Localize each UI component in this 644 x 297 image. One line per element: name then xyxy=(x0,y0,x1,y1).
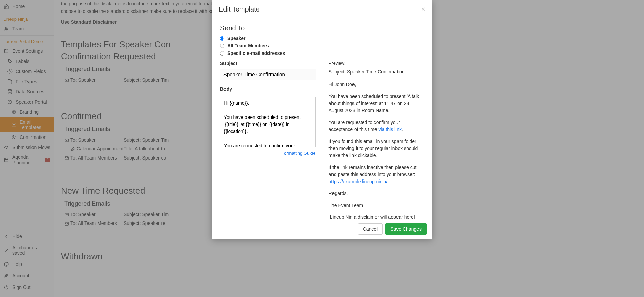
radio-speaker-label[interactable]: Speaker xyxy=(227,36,245,41)
save-button[interactable]: Save Changes xyxy=(385,223,427,235)
modal-title: Edit Template xyxy=(219,5,260,13)
subject-input[interactable] xyxy=(220,69,316,80)
preview-url-link[interactable]: https://example.lineup.ninja/ xyxy=(329,179,388,184)
radio-specific[interactable] xyxy=(220,51,224,56)
preview-body: Hi John Doe, You have been scheduled to … xyxy=(329,81,424,219)
radio-speaker[interactable] xyxy=(220,36,224,41)
body-label: Body xyxy=(220,86,316,92)
edit-template-modal: Edit Template × Send To: Speaker All Tea… xyxy=(212,0,432,239)
radio-specific-label[interactable]: Specific e-mail addresses xyxy=(227,50,285,56)
preview-label: Preview: xyxy=(329,61,424,66)
body-textarea[interactable] xyxy=(220,97,316,147)
formatting-guide-link[interactable]: Formatting Guide xyxy=(281,151,315,156)
modal-overlay: Edit Template × Send To: Speaker All Tea… xyxy=(0,0,644,297)
close-button[interactable]: × xyxy=(421,5,425,13)
preview-subject: Subject: Speaker Time Confirmation xyxy=(329,69,424,78)
cancel-button[interactable]: Cancel xyxy=(358,223,383,235)
preview-via-link[interactable]: via this link xyxy=(379,127,402,132)
radio-all-team-label[interactable]: All Team Members xyxy=(227,43,269,48)
send-to-label: Send To: xyxy=(220,24,424,32)
subject-label: Subject xyxy=(220,61,316,66)
radio-all-team[interactable] xyxy=(220,44,224,48)
